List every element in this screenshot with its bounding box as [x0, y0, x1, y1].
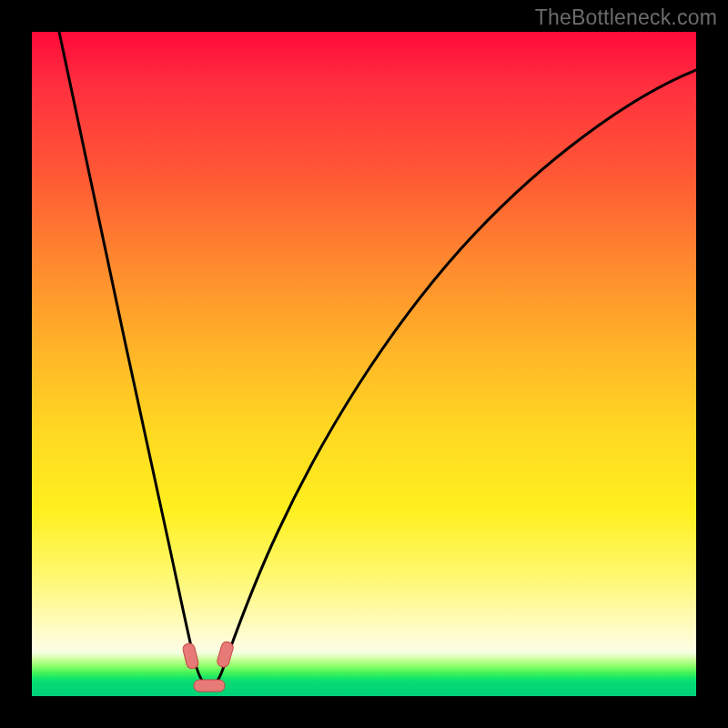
- plot-area: [32, 32, 696, 696]
- bottleneck-curve: [59, 32, 696, 686]
- bottom-marker: [194, 680, 225, 692]
- watermark-text: TheBottleneck.com: [535, 5, 717, 30]
- right-edge-marker: [216, 641, 234, 668]
- chart-frame: TheBottleneck.com: [0, 0, 728, 728]
- markers: [182, 641, 235, 692]
- left-edge-marker: [182, 642, 199, 670]
- curve-svg: [32, 32, 696, 696]
